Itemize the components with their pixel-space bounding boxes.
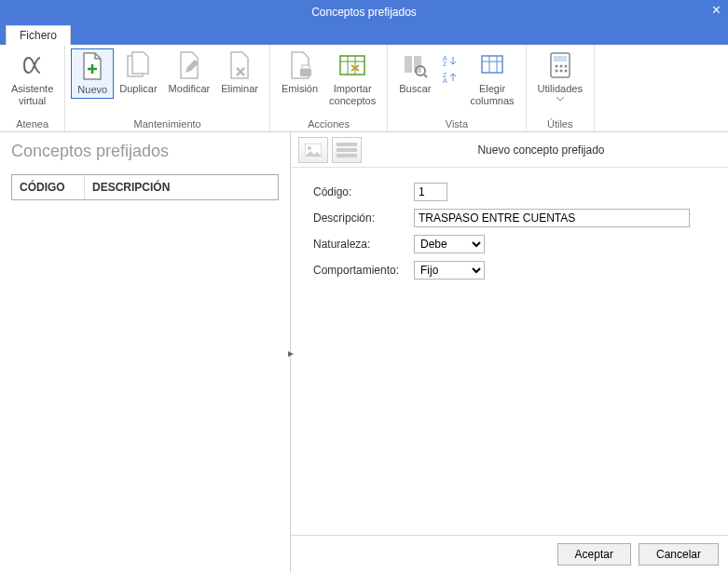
splitter-handle[interactable]: ▸ xyxy=(286,344,295,362)
duplicar-label: Duplicar xyxy=(119,83,157,95)
svg-rect-0 xyxy=(300,69,311,76)
chevron-down-icon xyxy=(556,97,564,102)
detail-header: Nuevo concepto prefijado xyxy=(291,132,728,168)
svg-text:Z: Z xyxy=(443,61,447,67)
asistente-virtual-button[interactable]: Asistente virtual xyxy=(6,48,59,108)
right-pane: Nuevo concepto prefijado Código: Descrip… xyxy=(291,132,728,573)
print-icon xyxy=(285,50,315,80)
eliminar-label: Eliminar xyxy=(221,83,258,95)
group-label-acciones: Acciones xyxy=(276,116,381,130)
tab-strip: Fichero xyxy=(0,24,728,45)
detail-form: Código: Descripción: Naturaleza: Debe Co… xyxy=(291,168,728,302)
detail-title: Nuevo concepto prefijado xyxy=(362,143,721,157)
ribbon-group-utiles: Utilidades Útiles xyxy=(527,45,595,131)
svg-point-17 xyxy=(559,70,562,73)
group-label-vista: Vista xyxy=(393,116,519,130)
dialog-footer: Aceptar Cancelar xyxy=(291,535,728,573)
aceptar-button[interactable]: Aceptar xyxy=(557,543,631,566)
titlebar: Conceptos prefijados × xyxy=(0,0,728,24)
ribbon-group-acciones: Emisión Importar conceptos Acciones xyxy=(270,45,388,131)
sort-desc-icon: ZA xyxy=(443,71,458,84)
ribbon-group-atenea: Asistente virtual Atenea xyxy=(0,45,65,131)
label-naturaleza: Naturaleza: xyxy=(313,238,414,251)
ribbon-group-mantenimiento: Nuevo Duplicar Modificar Eliminar xyxy=(65,45,270,131)
svg-point-13 xyxy=(555,65,557,68)
window-title: Conceptos prefijados xyxy=(311,6,417,19)
columns-icon xyxy=(477,50,507,80)
svg-rect-12 xyxy=(554,56,567,61)
nuevo-button[interactable]: Nuevo xyxy=(71,48,114,99)
emision-button[interactable]: Emisión xyxy=(276,48,323,97)
group-label-atenea: Atenea xyxy=(6,116,59,130)
view-mode-list-button[interactable] xyxy=(332,137,362,163)
importar-button[interactable]: Importar conceptos xyxy=(323,48,381,108)
svg-rect-10 xyxy=(482,56,502,73)
nuevo-label: Nuevo xyxy=(77,84,107,96)
svg-point-14 xyxy=(559,65,562,68)
buscar-button[interactable]: Buscar xyxy=(393,48,436,97)
cancelar-button[interactable]: Cancelar xyxy=(639,543,719,566)
svg-point-20 xyxy=(308,146,311,150)
sort-desc-button[interactable]: ZA xyxy=(439,69,463,86)
col-header-codigo[interactable]: CÓDIGO xyxy=(12,175,85,199)
importar-label: Importar conceptos xyxy=(329,83,376,106)
search-icon xyxy=(400,50,430,80)
utilidades-button[interactable]: Utilidades xyxy=(532,48,588,103)
sort-asc-button[interactable]: AZ xyxy=(439,52,463,69)
buscar-label: Buscar xyxy=(399,83,431,95)
grid-header: CÓDIGO DESCRIPCIÓN xyxy=(11,174,279,200)
modificar-button[interactable]: Modificar xyxy=(163,48,216,97)
body: Conceptos prefijados CÓDIGO DESCRIPCIÓN … xyxy=(0,132,728,573)
select-naturaleza[interactable]: Debe xyxy=(414,235,485,253)
left-pane: Conceptos prefijados CÓDIGO DESCRIPCIÓN xyxy=(0,132,291,573)
import-icon xyxy=(337,50,367,80)
duplicate-icon xyxy=(123,50,153,80)
ribbon-group-vista: Buscar AZ ZA Elegir columnas Vista xyxy=(388,45,526,131)
columnas-label: Elegir columnas xyxy=(471,83,515,106)
edit-file-icon xyxy=(174,50,204,80)
group-label-utiles: Útiles xyxy=(532,116,588,130)
col-header-descripcion[interactable]: DESCRIPCIÓN xyxy=(85,175,278,199)
label-comportamiento: Comportamiento: xyxy=(313,264,414,277)
modificar-label: Modificar xyxy=(169,83,211,95)
input-codigo[interactable] xyxy=(414,183,447,201)
view-mode-image-button[interactable] xyxy=(298,137,328,163)
svg-point-16 xyxy=(555,70,557,73)
columnas-button[interactable]: Elegir columnas xyxy=(465,48,520,108)
tab-fichero[interactable]: Fichero xyxy=(6,25,71,45)
new-file-icon xyxy=(77,51,107,81)
emision-label: Emisión xyxy=(282,83,318,95)
sort-buttons: AZ ZA xyxy=(437,48,465,89)
svg-rect-1 xyxy=(302,65,309,69)
left-heading: Conceptos prefijados xyxy=(11,142,279,161)
svg-rect-3 xyxy=(405,56,412,73)
alpha-icon xyxy=(18,50,48,80)
svg-point-18 xyxy=(564,70,567,73)
sort-asc-icon: AZ xyxy=(443,54,458,67)
image-icon xyxy=(305,143,322,157)
eliminar-button[interactable]: Eliminar xyxy=(215,48,264,97)
asistente-virtual-label: Asistente virtual xyxy=(11,83,53,106)
ribbon: Asistente virtual Atenea Nuevo Duplicar xyxy=(0,45,728,132)
calculator-icon xyxy=(545,50,575,80)
label-codigo: Código: xyxy=(313,185,414,198)
duplicar-button[interactable]: Duplicar xyxy=(114,48,162,97)
delete-file-icon xyxy=(225,50,254,80)
group-label-mantenimiento: Mantenimiento xyxy=(71,116,264,130)
utilidades-label: Utilidades xyxy=(538,83,583,95)
input-descripcion[interactable] xyxy=(414,209,690,227)
label-descripcion: Descripción: xyxy=(313,211,414,225)
select-comportamiento[interactable]: Fijo xyxy=(414,261,485,280)
svg-point-15 xyxy=(564,65,567,68)
svg-text:A: A xyxy=(443,77,447,84)
close-icon[interactable]: × xyxy=(712,2,721,19)
